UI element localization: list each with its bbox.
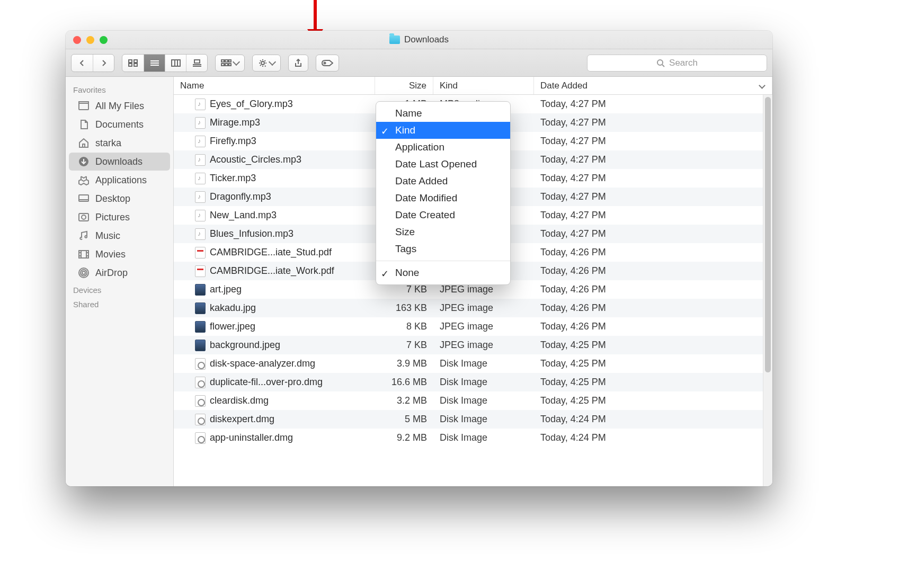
column-headers: Name Size Kind Date Added bbox=[174, 77, 772, 95]
svg-rect-3 bbox=[134, 64, 137, 66]
sidebar-item-all-my-files[interactable]: All My Files bbox=[69, 97, 170, 115]
desktop-icon bbox=[77, 193, 90, 204]
file-icon bbox=[195, 321, 206, 333]
file-date: Today, 4:26 PM bbox=[534, 321, 772, 332]
nav-buttons bbox=[71, 54, 114, 72]
sidebar-item-movies[interactable]: Movies bbox=[69, 245, 170, 263]
file-row[interactable]: flower.jpeg8 KBJPEG imageToday, 4:26 PM bbox=[174, 317, 772, 336]
pictures-icon bbox=[77, 211, 90, 223]
menu-item-application[interactable]: Application bbox=[376, 139, 510, 156]
sidebar-item-documents[interactable]: Documents bbox=[69, 115, 170, 133]
file-name: Dragonfly.mp3 bbox=[210, 191, 271, 202]
search-icon bbox=[656, 59, 665, 67]
file-row[interactable]: disk-space-analyzer.dmg3.9 MBDisk ImageT… bbox=[174, 354, 772, 373]
file-date: Today, 4:27 PM bbox=[534, 154, 772, 165]
file-icon bbox=[195, 173, 206, 184]
menu-item-date-added[interactable]: Date Added bbox=[376, 173, 510, 190]
view-switcher bbox=[122, 54, 208, 72]
share-button[interactable] bbox=[288, 55, 308, 72]
sidebar-item-label: Pictures bbox=[95, 212, 130, 223]
list-view-button[interactable] bbox=[144, 55, 165, 72]
col-size[interactable]: Size bbox=[375, 77, 433, 94]
file-icon bbox=[195, 377, 206, 388]
file-size: 3.9 MB bbox=[375, 358, 433, 369]
toolbar: Search bbox=[66, 49, 772, 77]
file-row[interactable]: kakadu.jpg163 KBJPEG imageToday, 4:26 PM bbox=[174, 299, 772, 317]
check-icon: ✓ bbox=[381, 268, 389, 280]
svg-rect-23 bbox=[79, 103, 88, 110]
sidebar-item-pictures[interactable]: Pictures bbox=[69, 208, 170, 226]
file-date: Today, 4:26 PM bbox=[534, 284, 772, 295]
menu-item-size[interactable]: Size bbox=[376, 224, 510, 240]
back-button[interactable] bbox=[72, 55, 93, 72]
arrange-menu: Name✓KindApplicationDate Last OpenedDate… bbox=[376, 101, 511, 285]
downloads-icon bbox=[77, 156, 90, 167]
file-kind: JPEG image bbox=[433, 302, 534, 314]
svg-rect-16 bbox=[221, 64, 224, 66]
file-kind: Disk Image bbox=[433, 377, 534, 388]
file-row[interactable]: app-uninstaller.dmg9.2 MBDisk ImageToday… bbox=[174, 429, 772, 447]
forward-button[interactable] bbox=[93, 55, 114, 72]
arrange-button[interactable] bbox=[215, 55, 245, 72]
col-kind[interactable]: Kind bbox=[433, 77, 534, 94]
svg-rect-17 bbox=[225, 64, 228, 66]
file-date: Today, 4:27 PM bbox=[534, 136, 772, 147]
column-view-button[interactable] bbox=[165, 55, 186, 72]
menu-item-none[interactable]: ✓None bbox=[376, 264, 510, 281]
sidebar-section-header[interactable]: Shared bbox=[66, 297, 173, 311]
sidebar-item-airdrop[interactable]: AirDrop bbox=[69, 264, 170, 282]
scrollbar-thumb[interactable] bbox=[765, 97, 771, 372]
sidebar-item-music[interactable]: Music bbox=[69, 227, 170, 245]
file-date: Today, 4:27 PM bbox=[534, 173, 772, 184]
svg-rect-15 bbox=[229, 60, 231, 62]
svg-rect-2 bbox=[129, 64, 132, 66]
file-row[interactable]: diskexpert.dmg5 MBDisk ImageToday, 4:24 … bbox=[174, 410, 772, 429]
svg-point-20 bbox=[324, 62, 326, 64]
menu-item-label: Tags bbox=[395, 243, 416, 254]
sidebar-item-desktop[interactable]: Desktop bbox=[69, 190, 170, 208]
file-name: flower.jpeg bbox=[210, 321, 255, 332]
tags-button[interactable] bbox=[316, 55, 339, 72]
file-size: 5 MB bbox=[375, 414, 433, 425]
coverflow-view-button[interactable] bbox=[186, 55, 207, 72]
svg-rect-14 bbox=[225, 60, 228, 62]
file-row[interactable]: background.jpeg7 KBJPEG imageToday, 4:25… bbox=[174, 336, 772, 354]
menu-item-label: Date Created bbox=[395, 209, 455, 220]
svg-rect-10 bbox=[194, 60, 200, 63]
chevron-down-icon bbox=[233, 58, 240, 65]
menu-item-tags[interactable]: Tags bbox=[376, 240, 510, 257]
svg-point-29 bbox=[82, 215, 86, 219]
menu-item-label: Date Modified bbox=[395, 192, 457, 203]
svg-rect-7 bbox=[172, 60, 180, 66]
file-row[interactable]: duplicate-fil...over-pro.dmg16.6 MBDisk … bbox=[174, 373, 772, 391]
svg-rect-0 bbox=[129, 60, 132, 63]
file-date: Today, 4:24 PM bbox=[534, 414, 772, 425]
sidebar-item-starka[interactable]: starka bbox=[69, 134, 170, 152]
file-row[interactable]: cleardisk.dmg3.2 MBDisk ImageToday, 4:25… bbox=[174, 391, 772, 410]
col-date-added[interactable]: Date Added bbox=[534, 77, 772, 94]
col-name[interactable]: Name bbox=[174, 77, 375, 94]
share-icon bbox=[294, 59, 302, 67]
tag-icon bbox=[322, 59, 333, 67]
file-date: Today, 4:27 PM bbox=[534, 210, 772, 221]
menu-item-date-last-opened[interactable]: Date Last Opened bbox=[376, 156, 510, 173]
sidebar-item-downloads[interactable]: Downloads bbox=[69, 153, 170, 171]
svg-rect-24 bbox=[79, 102, 88, 103]
search-field[interactable]: Search bbox=[587, 55, 767, 72]
menu-item-kind[interactable]: ✓Kind bbox=[376, 122, 510, 139]
file-icon bbox=[195, 414, 206, 425]
scrollbar[interactable] bbox=[763, 95, 772, 486]
file-icon bbox=[195, 154, 206, 166]
menu-item-name[interactable]: Name bbox=[376, 105, 510, 122]
file-size: 7 KB bbox=[375, 340, 433, 351]
sidebar-section-header[interactable]: Favorites bbox=[66, 82, 173, 96]
file-name: CAMBRIDGE...iate_Stud.pdf bbox=[210, 247, 332, 258]
file-date: Today, 4:26 PM bbox=[534, 247, 772, 258]
menu-item-date-created[interactable]: Date Created bbox=[376, 207, 510, 224]
action-button[interactable] bbox=[252, 55, 281, 72]
icon-view-button[interactable] bbox=[122, 55, 144, 72]
sidebar-item-applications[interactable]: Applications bbox=[69, 171, 170, 189]
sidebar-section-header[interactable]: Devices bbox=[66, 282, 173, 297]
file-size: 163 KB bbox=[375, 302, 433, 314]
menu-item-date-modified[interactable]: Date Modified bbox=[376, 190, 510, 207]
